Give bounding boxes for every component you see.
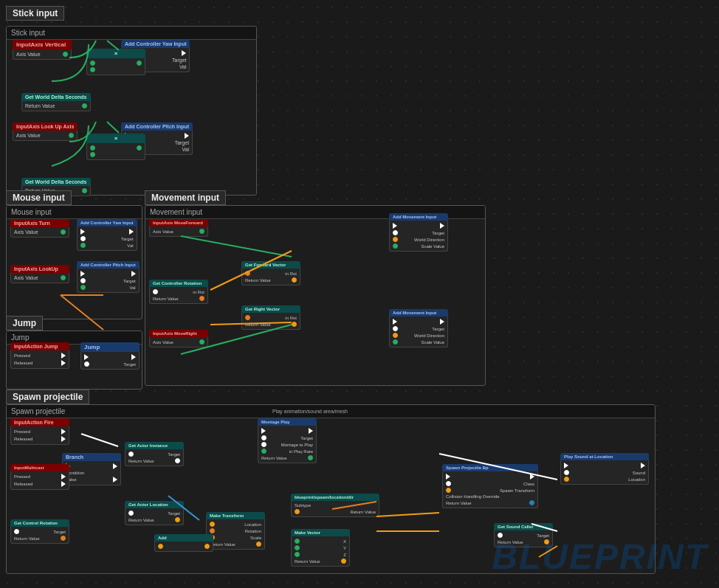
node-make-vector[interactable]: Make Vector X Y Z Return Value <box>291 529 350 567</box>
mouse-input-area: Mouse input InputAxis Turn Axis Value Ad… <box>6 205 142 319</box>
node-inputaxis-lookup-mouse[interactable]: InputAxis LookUp Axis Value <box>10 265 69 283</box>
port-axis-value <box>63 52 68 57</box>
spawn-projectile-area: Spawn projectile InputAction Fire Presse… <box>6 404 656 574</box>
node-inputaction-fire[interactable]: InputAction Fire Pressed Released <box>10 418 69 445</box>
node-get-control-rotation-spawn[interactable]: Get Control Rotation Target Return Value <box>10 519 69 544</box>
node-spawn-projectile[interactable]: Spawn Projectile Bp Class Spawn Transfor… <box>442 464 538 508</box>
node-inputaxis-moveforward[interactable]: InputAxis MoveForward Axis Value <box>149 219 208 237</box>
node-jump-function[interactable]: Jump Target <box>80 342 140 370</box>
stick-input-area: Stick input InputAxis Vertical Axis Valu… <box>6 26 257 196</box>
jump-area: Jump InputAction Jump Pressed Released J… <box>6 331 142 390</box>
node-inputmulticast[interactable]: InputMulticast Pressed Released <box>10 464 69 490</box>
node-add-movement-forward[interactable]: Add Movement Input Target World Directio… <box>389 213 448 252</box>
node-get-actor-location[interactable]: Get Actor Location Target Return Value <box>125 501 184 525</box>
node-inputaxis-lookup[interactable]: InputAxis Look Up Axis Axis Value <box>13 122 78 141</box>
label-play-animation: Play animation/sound area/mesh <box>272 409 348 414</box>
node-get-forward-vector[interactable]: Get Forward Vector in Rot Return Value <box>241 261 300 286</box>
node-multiply-1[interactable]: × <box>86 49 145 75</box>
mouse-input-title: Mouse input <box>7 206 142 219</box>
node-blueprint-spawn-location[interactable]: blueprint/spawn/location/dir Subtype Ret… <box>291 494 379 517</box>
tab-stick-input[interactable]: Stick input <box>6 6 64 21</box>
node-branch[interactable]: Branch Condition False <box>62 453 121 485</box>
tab-spawn-projectile[interactable]: Spawn projectile <box>6 390 89 404</box>
node-inputaxis-turn[interactable]: InputAxis Turn Axis Value <box>10 219 69 238</box>
node-get-world-delta-1[interactable]: Get World Delta Seconds Return Value <box>21 93 91 111</box>
node-multiply-2[interactable]: × <box>86 134 145 160</box>
tab-movement-input[interactable]: Movement input <box>145 190 226 205</box>
node-get-actor-instance[interactable]: Get Actor Instance Target Return Value <box>125 442 184 466</box>
node-add-pitch-mouse[interactable]: Add Controller Pitch Input Target Val <box>77 261 140 293</box>
node-add-vector[interactable]: Add <box>154 534 213 552</box>
node-montage-play[interactable]: Montage Play Target Montage to Play in P… <box>258 418 317 463</box>
node-get-sound-caller[interactable]: Get Sound Caller Target Return Value <box>494 523 553 547</box>
node-add-yaw-mouse[interactable]: Add Controller Yaw Input Target Val <box>77 219 137 251</box>
exec-out <box>182 50 186 56</box>
node-make-transform[interactable]: Make Transform Location Rotation Scale R… <box>206 512 265 550</box>
movement-input-area: Movement input InputAxis MoveForward Axi… <box>145 205 486 386</box>
tab-mouse-input[interactable]: Mouse input <box>6 190 72 205</box>
node-inputaxis-moveright[interactable]: InputAxis MoveRight Axis Value <box>149 330 208 347</box>
tab-jump[interactable]: Jump <box>6 316 43 331</box>
node-inputaxis-vertical[interactable]: InputAxis Vertical Axis Value <box>13 40 72 60</box>
stick-input-title: Stick input <box>7 27 256 40</box>
node-get-controller-rotation[interactable]: Get Controller Rotation in Rot Return Va… <box>149 280 208 304</box>
node-add-movement-right[interactable]: Add Movement Input Target World Directio… <box>389 309 448 347</box>
node-play-sound-location[interactable]: Play Sound at Location Sound Location <box>560 453 649 485</box>
node-inputaction-jump[interactable]: InputAction Jump Pressed Released <box>10 342 69 369</box>
node-get-right-vector[interactable]: Get Right Vector in Rot Return Value <box>241 305 300 330</box>
